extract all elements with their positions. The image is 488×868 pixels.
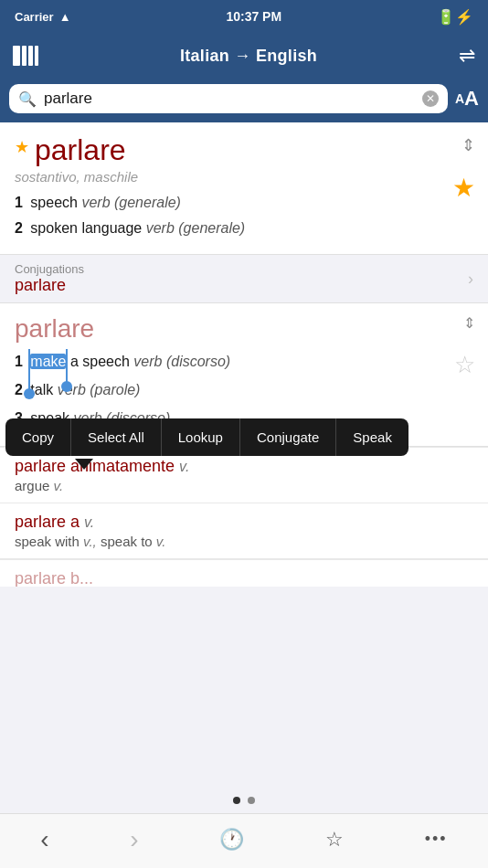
context-menu-arrow xyxy=(75,459,93,470)
nav-bar: Italian → English ⇌ xyxy=(0,33,488,79)
history-icon: 🕐 xyxy=(219,828,244,852)
small-a-label: A xyxy=(455,91,464,106)
chevron-right-icon: › xyxy=(468,270,473,289)
def-num-2-1: 1 xyxy=(15,354,23,369)
more-button[interactable]: ••• xyxy=(425,830,448,849)
more-word-text-1: parlare animatamente xyxy=(15,457,179,475)
def-rest-2-1: a speech xyxy=(70,354,133,369)
word-subtitle-1: sostantivo, maschile xyxy=(15,169,473,185)
def-num-2-2: 2 xyxy=(15,382,23,397)
definition-list-1: 1 speech verb (generale) 2 spoken langua… xyxy=(15,192,473,239)
back-icon: ‹ xyxy=(40,825,48,854)
def-num-1-2: 2 xyxy=(15,220,23,236)
word-entry-1: ★ parlare sostantivo, maschile 1 speech … xyxy=(0,122,488,255)
bookmark-button[interactable]: ☆ xyxy=(325,828,344,852)
svg-rect-2 xyxy=(28,46,33,66)
more-icon: ••• xyxy=(425,830,448,849)
forward-button[interactable]: › xyxy=(130,825,138,854)
def-verb-2-1: verb xyxy=(133,354,166,369)
more-def-2: speak with v., speak to v. xyxy=(15,534,473,549)
def-paren-1-1: (generale) xyxy=(114,195,181,210)
svg-rect-1 xyxy=(22,46,27,66)
conjugations-word: parlare xyxy=(15,276,84,295)
truncated-word: parlare b... xyxy=(15,569,93,587)
main-content: ★ parlare sostantivo, maschile 1 speech … xyxy=(0,122,488,587)
def-item-2-2: 2 talk verb (parole) xyxy=(15,377,473,402)
conjugations-section[interactable]: Conjugations parlare › xyxy=(0,255,488,303)
more-entry-truncated: parlare b... xyxy=(0,559,488,587)
conjugations-left: Conjugations parlare xyxy=(15,262,84,295)
collapse-icon-2[interactable]: ⇕ xyxy=(463,314,475,332)
dot-1 xyxy=(233,797,240,804)
status-time: 10:37 PM xyxy=(226,9,281,24)
large-a-label: A xyxy=(464,87,479,110)
cursor-left xyxy=(28,349,30,394)
more-vtag-1: v. xyxy=(179,459,189,474)
page-dots xyxy=(0,789,488,811)
context-speak-button[interactable]: Speak xyxy=(336,418,408,456)
back-button[interactable]: ‹ xyxy=(40,825,48,854)
more-word-text-2: parlare a xyxy=(15,513,84,531)
bookmark-icon: ☆ xyxy=(325,828,344,852)
def-item-2-1: 1 make a speech verb (discorso) xyxy=(15,349,473,374)
context-conjugate-button[interactable]: Conjugate xyxy=(240,418,336,456)
tab-bar: ‹ › 🕐 ☆ ••• xyxy=(0,813,488,868)
def-num-1-1: 1 xyxy=(15,195,23,210)
def-verb-1-1: verb xyxy=(81,195,114,210)
search-input-wrapper: 🔍 ✕ xyxy=(9,84,448,113)
conjugations-label: Conjugations xyxy=(15,262,84,276)
library-button[interactable] xyxy=(13,46,38,66)
more-def-text-2a: speak with xyxy=(15,534,83,549)
context-copy-button[interactable]: Copy xyxy=(5,418,71,456)
def-text-1-2: spoken language xyxy=(30,220,145,236)
svg-rect-3 xyxy=(35,46,38,66)
more-entry-2: parlare a v. speak with v., speak to v. xyxy=(0,503,488,559)
more-vtag-2: v. xyxy=(84,514,94,530)
more-vdef-2b: v. xyxy=(156,534,166,549)
forward-icon: › xyxy=(130,825,138,854)
wifi-icon: ▲ xyxy=(59,10,71,24)
collapse-icon[interactable]: ⇕ xyxy=(461,135,475,155)
status-right: 🔋⚡ xyxy=(437,8,473,26)
word-title-2: parlare xyxy=(15,314,94,344)
entry1-header: ★ parlare xyxy=(15,133,473,167)
def-verb-1-2: verb xyxy=(146,220,179,236)
word-title-1: parlare xyxy=(15,133,473,167)
context-menu: Copy Select All Lookup Conjugate Speak xyxy=(5,418,408,456)
search-input[interactable] xyxy=(44,90,415,108)
carrier-label: Carrier xyxy=(15,10,54,24)
search-icon: 🔍 xyxy=(18,90,37,108)
def-item-1-2: 2 spoken language verb (generale) xyxy=(15,217,473,239)
status-left: Carrier ▲ xyxy=(15,10,71,24)
def-paren-2-2: (parole) xyxy=(90,382,140,397)
search-clear-button[interactable]: ✕ xyxy=(422,90,439,107)
context-select-all-button[interactable]: Select All xyxy=(71,418,162,456)
def-paren-2-1: (discorso) xyxy=(166,354,230,369)
nav-title: Italian → English xyxy=(180,47,317,66)
star-filled-icon[interactable]: ★ xyxy=(452,173,475,203)
battery-icon: 🔋⚡ xyxy=(437,8,473,26)
font-size-button[interactable]: AA xyxy=(455,87,479,111)
star-empty-icon[interactable]: ☆ xyxy=(454,351,475,379)
status-bar: Carrier ▲ 10:37 PM 🔋⚡ xyxy=(0,0,488,33)
more-word-2: parlare a v. xyxy=(15,513,473,532)
corner-star-icon: ★ xyxy=(15,137,29,157)
def-paren-1-2: (generale) xyxy=(178,220,245,236)
selected-word: make xyxy=(30,354,66,369)
more-vdef-2a: v., xyxy=(83,534,97,549)
more-vdef-1: v. xyxy=(54,478,64,493)
more-def-text-2b: speak to xyxy=(101,534,156,549)
dot-2 xyxy=(248,797,255,804)
def-text-1-1: speech xyxy=(30,195,81,210)
selected-text-wrap: make xyxy=(30,349,66,374)
more-def-1: argue v. xyxy=(15,478,473,493)
search-bar: 🔍 ✕ AA xyxy=(0,79,488,122)
def-item-1-1: 1 speech verb (generale) xyxy=(15,192,473,214)
history-button[interactable]: 🕐 xyxy=(219,828,244,852)
context-lookup-button[interactable]: Lookup xyxy=(162,418,240,456)
svg-rect-0 xyxy=(13,46,20,66)
entry2-title-wrap: parlare xyxy=(15,314,94,344)
swap-button[interactable]: ⇌ xyxy=(459,44,475,68)
more-def-text-1: argue xyxy=(15,478,54,493)
